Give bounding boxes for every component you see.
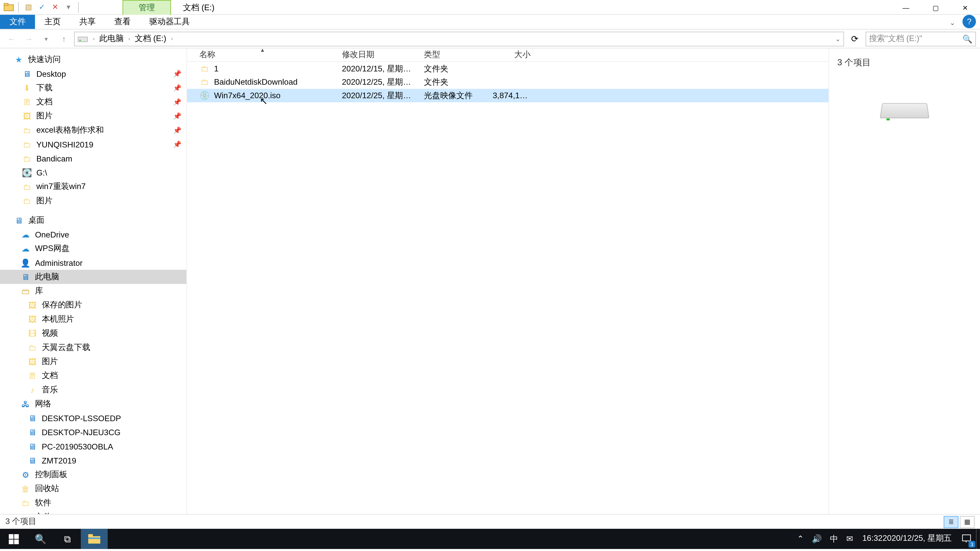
- sidebar-item-excel-folder[interactable]: 🗀excel表格制作求和📌: [0, 123, 186, 137]
- col-size[interactable]: 大小: [489, 49, 535, 61]
- taskbar-explorer[interactable]: [81, 529, 107, 549]
- drive-icon: 💽: [21, 167, 32, 178]
- status-bar: 3 个项目 ≣ ▦: [0, 514, 980, 529]
- crumb-thispc[interactable]: 此电脑: [99, 33, 124, 44]
- sidebar-item-win7-folder[interactable]: 🗀win7重装win7: [0, 179, 186, 194]
- col-modified[interactable]: 修改日期: [338, 49, 420, 61]
- sidebar-item-documents[interactable]: 🖹文档📌: [0, 95, 186, 109]
- sidebar-lib-pics[interactable]: 🖼图片: [0, 354, 186, 368]
- sidebar-item-pictures[interactable]: 🖼图片📌: [0, 109, 186, 123]
- explorer-icon[interactable]: [3, 1, 15, 13]
- sidebar-item-gdrive[interactable]: 💽G:\: [0, 165, 186, 179]
- file-row[interactable]: 💿Win7x64_2020.iso 2020/12/25, 星期五 1... 光…: [187, 89, 829, 102]
- search-button[interactable]: 🔍: [27, 529, 54, 549]
- sidebar-item-downloads[interactable]: ⬇下载📌: [0, 81, 186, 95]
- sidebar-item-label: 图片: [36, 110, 52, 122]
- sidebar-software-folder[interactable]: 🗀软件: [0, 496, 186, 510]
- view-details-button[interactable]: ≣: [943, 516, 958, 527]
- sidebar-user[interactable]: 👤Administrator: [0, 256, 186, 270]
- sidebar-libraries[interactable]: 🗃库: [0, 284, 186, 298]
- chevron-right-icon[interactable]: ›: [128, 36, 130, 42]
- chevron-right-icon[interactable]: ›: [93, 36, 95, 42]
- sidebar-item-label: 天翼云盘下载: [42, 342, 90, 353]
- tray-overflow-icon[interactable]: ⌃: [793, 529, 808, 549]
- sidebar-network-host[interactable]: 🖥ZMT2019: [0, 454, 186, 468]
- navigation-row: ← → ▾ ↑ › 此电脑 › 文档 (E:) › ⌄ ⟳ 搜索"文档 (E:)…: [0, 30, 980, 48]
- sidebar-network[interactable]: 🖧网络: [0, 397, 186, 411]
- qat-properties-icon[interactable]: ▧: [22, 1, 34, 13]
- sidebar-wps[interactable]: ☁WPS网盘: [0, 241, 186, 256]
- wps-icon: ☁: [20, 243, 31, 254]
- sidebar-item-pictures2[interactable]: 🗀图片: [0, 194, 186, 208]
- sidebar-item-label: 下载: [36, 82, 52, 94]
- sidebar-desktop-root[interactable]: 🖥桌面: [0, 213, 186, 227]
- start-button[interactable]: [0, 529, 27, 549]
- sidebar-network-host[interactable]: 🖥DESKTOP-LSSOEDP: [0, 411, 186, 425]
- sidebar-lib-savedpics[interactable]: 🖼保存的图片: [0, 298, 186, 312]
- sidebar-lib-tianyi[interactable]: 🗀天翼云盘下载: [0, 340, 186, 354]
- show-desktop-button[interactable]: [976, 529, 980, 549]
- refresh-button[interactable]: ⟳: [847, 32, 863, 46]
- crumb-drive[interactable]: 文档 (E:): [135, 33, 166, 44]
- sidebar-item-label: Administrator: [35, 258, 83, 267]
- sidebar-network-host[interactable]: 🖥PC-20190530OBLA: [0, 439, 186, 453]
- action-center-badge: 3: [969, 541, 975, 548]
- ribbon-tab-view[interactable]: 查看: [105, 15, 140, 29]
- file-row[interactable]: 🗀1 2020/12/15, 星期二 1... 文件夹: [187, 62, 829, 76]
- nav-up-button[interactable]: ↑: [57, 32, 72, 46]
- sidebar-item-label: 保存的图片: [42, 300, 82, 311]
- address-dropdown-icon[interactable]: ⌄: [835, 35, 841, 42]
- sidebar-lib-docs[interactable]: 🖹文档: [0, 368, 186, 383]
- qat-new-icon[interactable]: ▾: [62, 1, 75, 13]
- sidebar-item-desktop[interactable]: 🖥Desktop📌: [0, 67, 186, 81]
- help-icon[interactable]: ?: [963, 15, 976, 28]
- col-type[interactable]: 类型: [420, 49, 489, 61]
- ribbon-tab-drive-tools[interactable]: 驱动器工具: [140, 15, 199, 29]
- nav-recent-dropdown[interactable]: ▾: [39, 32, 54, 46]
- qat-close-icon[interactable]: ✕: [49, 1, 61, 13]
- chevron-right-icon[interactable]: ›: [171, 36, 173, 42]
- close-button[interactable]: ✕: [950, 0, 980, 15]
- sidebar-thispc[interactable]: 🖥此电脑: [0, 270, 186, 284]
- sidebar-quick-access[interactable]: ★ 快速访问: [0, 52, 186, 67]
- tray-mail-icon[interactable]: ✉: [842, 529, 857, 549]
- action-center-icon[interactable]: 3: [957, 529, 976, 549]
- file-name: Win7x64_2020.iso: [214, 91, 280, 100]
- view-icons-button[interactable]: ▦: [960, 516, 975, 527]
- search-icon[interactable]: 🔍: [963, 34, 973, 43]
- maximize-button[interactable]: ▢: [921, 0, 950, 15]
- minimize-button[interactable]: —: [891, 0, 921, 15]
- folder-icon: 🗀: [199, 63, 210, 74]
- sidebar-item-label: PC-20190530OBLA: [42, 441, 113, 451]
- sidebar-lib-localpics[interactable]: 🖼本机照片: [0, 312, 186, 326]
- sidebar-controlpanel[interactable]: ⚙控制面板: [0, 468, 186, 482]
- sidebar-network-host[interactable]: 🖥DESKTOP-NJEU3CG: [0, 425, 186, 439]
- ribbon-context-tab-manage[interactable]: 管理: [123, 0, 171, 15]
- sidebar-item-bandicam[interactable]: 🗀Bandicam: [0, 151, 186, 165]
- sidebar-lib-videos[interactable]: 🎞视频: [0, 326, 186, 340]
- sidebar-lib-music[interactable]: ♪音乐: [0, 383, 186, 397]
- status-text: 3 个项目: [5, 516, 36, 527]
- ribbon-tab-share[interactable]: 共享: [70, 15, 105, 29]
- nav-forward-button[interactable]: →: [21, 32, 36, 46]
- tray-ime-icon[interactable]: 中: [826, 529, 842, 549]
- sidebar-item-label: 文件: [35, 511, 51, 514]
- tray-volume-icon[interactable]: 🔊: [808, 529, 826, 549]
- svg-rect-8: [88, 536, 100, 544]
- sidebar-item-label: Desktop: [36, 69, 66, 78]
- sidebar-files-folder[interactable]: 🗀文件: [0, 510, 186, 514]
- ribbon-tab-file[interactable]: 文件: [0, 15, 35, 29]
- file-row[interactable]: 🗀BaiduNetdiskDownload 2020/12/25, 星期五 1.…: [187, 75, 829, 89]
- address-bar[interactable]: › 此电脑 › 文档 (E:) › ⌄: [74, 32, 844, 46]
- sidebar-item-yunqishi[interactable]: 🗀YUNQISHI2019📌: [0, 137, 186, 151]
- sidebar-onedrive[interactable]: ☁OneDrive: [0, 227, 186, 241]
- taskview-button[interactable]: ⧉: [54, 529, 81, 549]
- qat-check-icon[interactable]: ✓: [36, 1, 48, 13]
- search-input[interactable]: 搜索"文档 (E:)" 🔍: [865, 32, 976, 46]
- sidebar-recyclebin[interactable]: 🗑回收站: [0, 482, 186, 495]
- music-icon: ♪: [27, 384, 38, 395]
- nav-back-button[interactable]: ←: [4, 32, 19, 46]
- tray-clock[interactable]: 16:32 2020/12/25, 星期五: [857, 529, 957, 549]
- ribbon-expand-icon[interactable]: ⌄: [945, 15, 960, 30]
- ribbon-tab-home[interactable]: 主页: [35, 15, 70, 29]
